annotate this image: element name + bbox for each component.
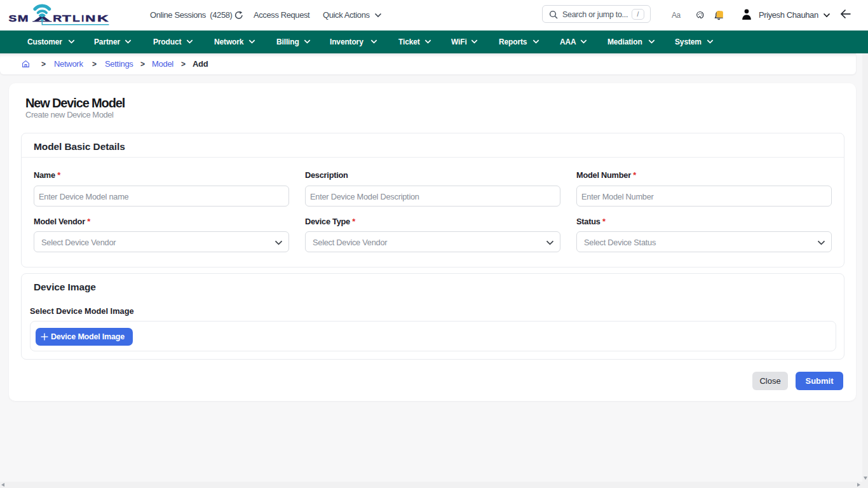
svg-text:R: R bbox=[53, 13, 62, 24]
svg-text:S: S bbox=[9, 13, 17, 24]
svg-text:L: L bbox=[72, 13, 80, 24]
svg-text:K: K bbox=[97, 13, 109, 24]
svg-text:M: M bbox=[18, 13, 29, 24]
svg-text:N: N bbox=[85, 13, 95, 24]
svg-text:I: I bbox=[81, 13, 84, 24]
svg-text:T: T bbox=[62, 13, 72, 24]
